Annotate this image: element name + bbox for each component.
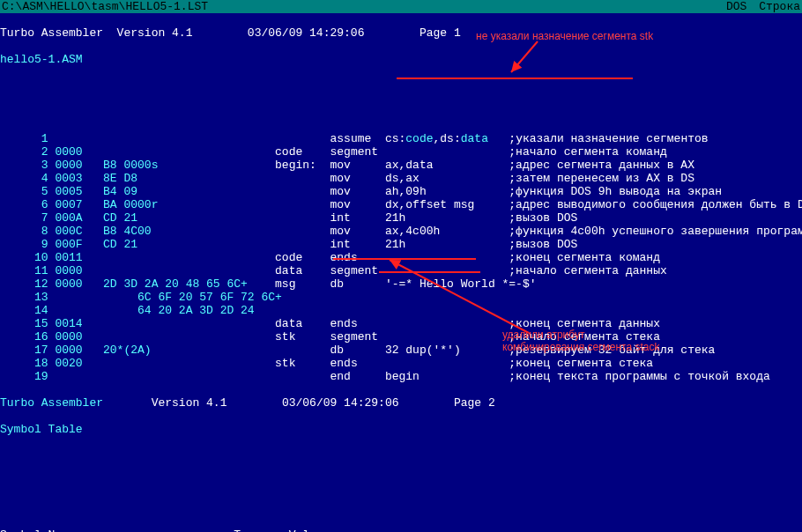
listing-line: 12 0000 2D 3D 2A 20 48 65 6C+ msg db '-=… xyxy=(0,277,802,291)
listing-line: 9 000F CD 21 int 21h ;вызов DOS xyxy=(0,238,802,251)
listing-line: 3 0000 B8 0000s begin: mov ax,data ;адре… xyxy=(0,159,802,172)
listing-line: 13 6C 6F 20 57 6F 72 6C+ xyxy=(0,291,802,304)
footer-ver: Version 4.1 xyxy=(152,396,227,410)
app-label: DOS xyxy=(726,0,746,13)
listing-line: 16 0000 stk segment ;начало сегмента сте… xyxy=(0,330,802,344)
listing-line: 1 assume cs:code,ds:data ;указали назнач… xyxy=(0,132,802,145)
symbol-table-title: Symbol Table xyxy=(0,423,802,436)
listing: 1 assume cs:code,ds:data ;указали назнач… xyxy=(0,132,802,383)
titlebar: C:\ASM\HELLO\tasm\HELLO5-1.LST DOS Строк… xyxy=(0,0,802,13)
listing-line: 2 0000 code segment ;начало сегмента ком… xyxy=(0,145,802,159)
listing-line: 5 0005 B4 09 mov ah,09h ;функция DOS 9h … xyxy=(0,185,802,198)
listing-line: 19 end begin ;конец текста программы с т… xyxy=(0,370,802,383)
file-path: C:\ASM\HELLO\tasm\HELLO5-1.LST xyxy=(2,0,208,13)
listing-line: 14 64 20 2A 3D 2D 24 xyxy=(0,304,802,317)
header-line: Turbo Assembler Version 4.1 03/06/09 14:… xyxy=(0,26,802,40)
listing-line: 7 000A CD 21 int 21h ;вызов DOS xyxy=(0,211,802,225)
listing-line: 6 0007 BA 0000r mov dx,offset msg ;адрес… xyxy=(0,198,802,211)
listing-line: 15 0014 data ends ;конец сегмента данных xyxy=(0,317,802,330)
listing-line: 11 0000 data segment ;начало сегмента да… xyxy=(0,264,802,277)
listing-line: 17 0000 20*(2A) db 32 dup('*') ;резервир… xyxy=(0,344,802,357)
listing-line: 10 0011 code ends ;конец сегмента команд xyxy=(0,251,802,264)
footer-app: Turbo Assembler xyxy=(0,396,103,410)
mode-label: Строка xyxy=(759,0,800,13)
symbol-header: Symbol Name Type Value xyxy=(0,528,802,532)
filename-line: hello5-1.ASM xyxy=(0,53,802,66)
footer-date: 03/06/09 14:29:06 xyxy=(282,396,399,410)
editor-viewport[interactable]: Turbo Assembler Version 4.1 03/06/09 14:… xyxy=(0,13,802,532)
listing-line: 8 000C B8 4C00 mov ax,4c00h ;функция 4c0… xyxy=(0,225,802,238)
listing-line: 18 0020 stk ends ;конец сегмента стека xyxy=(0,357,802,370)
listing-line: 4 0003 8E D8 mov ds,ax ;затем перенесем … xyxy=(0,172,802,185)
footer-page: Page 2 xyxy=(454,396,495,410)
